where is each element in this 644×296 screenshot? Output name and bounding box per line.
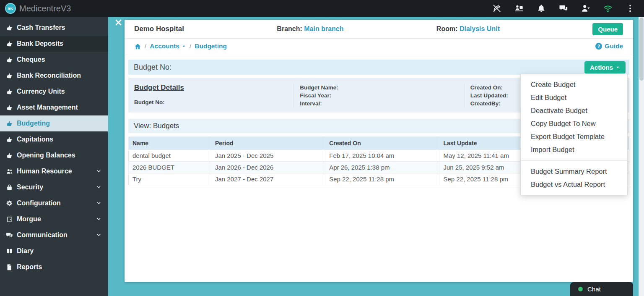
sidebar-item-label: Bank Reconciliation [17, 72, 81, 79]
breadcrumb-accounts[interactable]: Accounts [150, 42, 186, 50]
sidebar-item-icon [6, 232, 13, 239]
kebab-menu-icon[interactable] [626, 4, 635, 13]
scrollbar-thumb[interactable] [639, 18, 644, 81]
sidebar-item-icon [6, 88, 13, 95]
details-column-left: Budget Details Budget No: [128, 84, 293, 107]
room-link[interactable]: Dialysis Unit [460, 25, 500, 32]
breadcrumb-separator: / [190, 42, 191, 50]
chevron-down-icon [96, 216, 102, 223]
menu-item[interactable]: Export Budget Template [521, 130, 627, 143]
cell-name: 2026 BUDGET [129, 162, 211, 173]
sidebar-item-icon [6, 200, 13, 207]
sidebar-item-icon [6, 72, 13, 79]
sidebar-item[interactable]: Cash Transfers [0, 20, 108, 36]
cell-name: dental budget [129, 150, 211, 162]
actions-menu: Create BudgetEdit BudgetDeactivate Budge… [520, 74, 628, 195]
menu-item[interactable]: Create Budget [521, 78, 627, 91]
menu-item[interactable]: Budget vs Actual Report [521, 178, 627, 191]
actions-menu-reports-group: Budget Summary ReportBudget vs Actual Re… [521, 165, 627, 191]
sidebar-item[interactable]: Bank Reconciliation [0, 68, 108, 84]
sidebar-item-label: Reports [17, 263, 42, 271]
sidebar-item-label: Cash Transfers [17, 24, 65, 31]
sidebar-item[interactable]: Human Resource [0, 163, 108, 179]
sidebar-item[interactable]: Morgue [0, 211, 108, 227]
sidebar-item[interactable]: Cheques [0, 52, 108, 68]
chevron-down-icon [96, 168, 102, 175]
queue-button[interactable]: Queue [592, 23, 623, 35]
menu-item[interactable]: Edit Budget [521, 91, 627, 104]
sidebar-item[interactable]: Budgeting [0, 115, 108, 131]
view-budgets-title: View: Budgets [134, 122, 179, 130]
actions-menu-primary-group: Create BudgetEdit BudgetDeactivate Budge… [521, 78, 627, 156]
vertical-scrollbar[interactable] [639, 17, 644, 296]
column-header[interactable]: Name [129, 137, 211, 150]
wifi-icon[interactable] [603, 4, 613, 13]
user-menu-icon[interactable] [581, 4, 590, 13]
guide-link[interactable]: ? Guide [595, 42, 623, 50]
sidebar-item[interactable]: Currency Units [0, 84, 108, 100]
no-injection-icon[interactable] [492, 4, 501, 13]
sidebar-item-label: Budgeting [17, 120, 50, 127]
brand: mc MedicentreV3 [5, 3, 71, 14]
caret-down-icon [182, 44, 186, 49]
messages-icon[interactable] [559, 4, 568, 13]
menu-item[interactable]: Import Budget [521, 143, 627, 156]
menu-item[interactable]: Copy Budget To New [521, 117, 627, 130]
chat-button[interactable]: Chat [570, 282, 633, 296]
menu-item[interactable]: Budget Summary Report [521, 165, 627, 178]
sidebar-item-icon [6, 152, 13, 159]
branch-label: Branch: [277, 25, 302, 32]
menu-item[interactable]: Deactivate Budget [521, 104, 627, 117]
chevron-down-icon [96, 184, 102, 191]
column-header[interactable]: Period [211, 137, 325, 150]
sidebar-item-label: Cheques [17, 56, 45, 63]
menu-divider [521, 160, 627, 161]
room-label: Room: [436, 25, 458, 32]
room-info: Room: Dialysis Unit [436, 25, 500, 33]
column-header[interactable]: Created On [325, 137, 439, 150]
sidebar-item-label: Configuration [17, 199, 61, 207]
sidebar-item[interactable]: Reports [0, 259, 108, 275]
caret-down-icon [615, 65, 620, 70]
topbar: mc MedicentreV3 [0, 0, 644, 17]
close-icon[interactable] [114, 18, 123, 27]
app-logo-icon: mc [5, 3, 16, 14]
sidebar-item-icon [6, 184, 13, 191]
card-header: Demo Hospital Branch: Main branch Room: … [125, 20, 633, 39]
sidebar-item-label: Currency Units [17, 88, 65, 95]
sidebar-item-icon [6, 216, 13, 223]
home-icon[interactable] [134, 43, 141, 50]
sidebar-item[interactable]: Configuration [0, 195, 108, 211]
sidebar-item[interactable]: Communication [0, 227, 108, 243]
cell-name: Try [129, 173, 211, 185]
branch-link[interactable]: Main branch [304, 25, 343, 32]
cell-created-on: Feb 17, 2025 10:04 am [325, 150, 439, 162]
sidebar-item-icon [6, 120, 13, 127]
cell-created-on: Sep 22, 2025 11:28 pm [325, 173, 439, 185]
sidebar-item-icon [6, 248, 13, 255]
sidebar-item-icon [6, 168, 13, 175]
breadcrumb-budgeting[interactable]: Budgeting [195, 42, 227, 50]
sidebar-item[interactable]: Opening Balances [0, 147, 108, 163]
cell-period: Jan 2025 - Dec 2025 [211, 150, 325, 162]
interval-label: Interval: [300, 100, 458, 107]
sidebar-item[interactable]: Capitations [0, 131, 108, 147]
sidebar-item[interactable]: Security [0, 179, 108, 195]
sidebar-item-icon [6, 24, 13, 31]
sidebar-item-label: Morgue [17, 215, 41, 223]
sidebar-item-icon [6, 136, 13, 143]
budget-no-label: Budget No: [134, 98, 288, 106]
sidebar-item-label: Communication [17, 231, 68, 239]
branch-info: Branch: Main branch [277, 25, 343, 33]
sidebar-item-icon [6, 40, 13, 47]
sidebar-item[interactable]: Diary [0, 243, 108, 259]
actions-button[interactable]: Actions [584, 61, 626, 73]
sidebar-item-label: Opening Balances [17, 152, 75, 159]
sidebar-item[interactable]: Bank Deposits [0, 36, 108, 52]
sidebar-item[interactable]: Asset Management [0, 100, 108, 115]
notifications-bell-icon[interactable] [537, 4, 546, 13]
budget-details-title: Budget Details [134, 84, 288, 92]
front-desk-icon[interactable] [514, 4, 524, 13]
cell-created-on: Apr 26, 2025 1:38 pm [325, 162, 439, 173]
budget-no-bar: Budget No: Actions [128, 60, 629, 75]
